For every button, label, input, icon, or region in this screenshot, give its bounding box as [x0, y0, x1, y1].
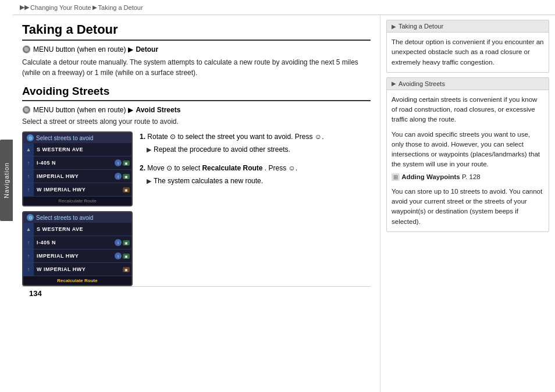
- row-badges: ▣: [123, 267, 131, 272]
- breadcrumb-arrow1: ▶▶: [20, 3, 29, 11]
- note-box-1-body: The detour option is convenient if you e…: [387, 33, 549, 72]
- avoiding-streets-desc: Select a street or streets along your ro…: [22, 117, 371, 126]
- note-icon-1: ▶: [392, 23, 396, 30]
- list-item: ↑ IMPERIAL HWY i ▣: [23, 250, 131, 263]
- badge-map: ▣: [123, 254, 130, 259]
- badge-map: ▣: [123, 174, 130, 179]
- note-box-2-body: Avoiding certain streets is convenient i…: [387, 90, 549, 231]
- avoiding-streets-arrow: ▶: [128, 106, 133, 114]
- nav-row: ↑ I-405 N i ▣: [23, 236, 131, 249]
- list-item: ↑ W IMPERIAL HWY ▣: [23, 263, 131, 276]
- nav-row: ↑ IMPERIAL HWY i ▣: [23, 170, 131, 183]
- nav-row: ↑ IMPERIAL HWY i ▣: [23, 250, 131, 262]
- right-panel: ▶ Taking a Detour The detour option is c…: [380, 15, 555, 392]
- badge-map: ▣: [123, 187, 130, 193]
- badge-info: i: [115, 173, 122, 180]
- step1-arrow: ▶: [147, 145, 151, 155]
- row-badges: i ▣: [115, 239, 131, 246]
- row-icon: ↑: [23, 263, 34, 276]
- row-badges: i ▣: [115, 159, 131, 166]
- list-item: ↑ I-405 N i ▣: [23, 156, 131, 170]
- avoiding-streets-bold: Avoid Streets: [136, 106, 180, 114]
- row-text: I-405 N: [34, 158, 115, 168]
- content-area: Taking a Detour 🔘 MENU button (when en r…: [13, 15, 555, 392]
- link-page: P. 128: [462, 173, 481, 180]
- row-text: S WESTERN AVE: [34, 224, 131, 234]
- screens-column: ⊙ Select streets to avoid ▲ S WESTERN AV…: [22, 131, 133, 286]
- step2-arrow: ▶: [147, 176, 151, 186]
- badge-map: ▣: [123, 240, 130, 245]
- step2-text3: . Press: [265, 164, 289, 172]
- list-item: ↑ W IMPERIAL HWY ▣: [23, 183, 131, 197]
- step2-text2: to select: [174, 164, 202, 172]
- breadcrumb-separator: ▶: [92, 4, 97, 10]
- steps-container: ⊙ Select streets to avoid ▲ S WESTERN AV…: [22, 131, 371, 286]
- badge-map: ▣: [123, 161, 130, 166]
- screen2-footer: Recalculate Route: [23, 276, 131, 285]
- taking-detour-arrow: ▶: [128, 45, 133, 54]
- list-item: ↑ IMPERIAL HWY i ▣: [23, 170, 131, 183]
- taking-detour-menu: 🔘 MENU button (when en route) ▶ Detour: [22, 45, 371, 54]
- row-text: W IMPERIAL HWY: [34, 265, 123, 274]
- screen1-footer: Recalculate Route: [23, 197, 131, 205]
- main-content: ▶▶ Changing Your Route ▶ Taking a Detour…: [13, 0, 555, 392]
- step2-bold: Recalculate Route: [202, 164, 262, 172]
- screen1-header-text: Select streets to avoid: [36, 135, 93, 141]
- row-icon: ▲: [23, 143, 34, 156]
- step1-sub-text: Repeat the procedure to avoid other stre…: [154, 144, 290, 155]
- step1: 1. Rotate ⊙ to select the street you wan…: [140, 131, 371, 155]
- note-box-2-title: Avoiding Streets: [399, 80, 445, 87]
- note-box-2: ▶ Avoiding Streets Avoiding certain stre…: [386, 77, 549, 232]
- menu-icon-1: 🔘: [22, 45, 31, 54]
- note-box-2-link: ⊞ Adding Waypoints P. 128: [392, 172, 544, 182]
- screen1-icon: ⊙: [27, 134, 34, 141]
- row-text: IMPERIAL HWY: [34, 172, 115, 181]
- row-badges: ▣: [123, 187, 131, 193]
- badge-info: i: [115, 239, 122, 246]
- breadcrumb: ▶▶ Changing Your Route ▶ Taking a Detour: [13, 0, 555, 15]
- screen1-list: ▲ S WESTERN AVE ↑ I-405 N i: [23, 143, 131, 197]
- note-icon-2: ▶: [392, 80, 396, 87]
- row-badges: i ▣: [115, 252, 131, 259]
- sidebar-label: Navigation: [3, 162, 10, 198]
- left-panel: Taking a Detour 🔘 MENU button (when en r…: [13, 15, 380, 392]
- note-box-1-header: ▶ Taking a Detour: [387, 20, 549, 33]
- row-text: S WESTERN AVE: [34, 145, 131, 154]
- note-box-2-header: ▶ Avoiding Streets: [387, 78, 549, 90]
- taking-detour-desc: Calculate a detour route manually. The s…: [22, 57, 371, 78]
- avoiding-streets-menu: 🔘 MENU button (when en route) ▶ Avoid St…: [22, 106, 371, 114]
- note-box-2-para3: You can store up to 10 streets to avoid.…: [392, 187, 544, 227]
- link-label: Adding Waypoints: [401, 173, 460, 180]
- step2-sub-text: The system calculates a new route.: [154, 176, 263, 186]
- nav-row: ▲ S WESTERN AVE: [23, 143, 131, 156]
- note-box-1-text: The detour option is convenient if you e…: [392, 37, 544, 67]
- row-icon: ▲: [23, 223, 34, 236]
- breadcrumb-item1: Changing Your Route: [30, 4, 91, 11]
- ref-icon: ⊞: [392, 173, 400, 181]
- step2-sub: ▶ The system calculates a new route.: [140, 176, 371, 186]
- taking-detour-menu-text: MENU button (when en route): [33, 45, 126, 54]
- step2-icon: ⊙: [166, 164, 172, 172]
- row-icon: ↑: [23, 250, 34, 262]
- sidebar-tab: Navigation: [0, 140, 13, 221]
- step1-icon: ⊙: [170, 133, 176, 141]
- step1-num: 1.: [140, 133, 145, 141]
- menu-icon-2: 🔘: [22, 106, 31, 114]
- row-icon: ↑: [23, 170, 34, 183]
- screen1: ⊙ Select streets to avoid ▲ S WESTERN AV…: [22, 131, 133, 206]
- screen2-header-text: Select streets to avoid: [36, 215, 93, 221]
- list-item: ▲ S WESTERN AVE: [23, 143, 131, 156]
- note-box-1: ▶ Taking a Detour The detour option is c…: [386, 20, 549, 73]
- nav-row: ▲ S WESTERN AVE: [23, 223, 131, 236]
- step1-text2: to select the street you want to avoid. …: [177, 133, 314, 141]
- breadcrumb-item2: Taking a Detour: [98, 4, 143, 11]
- badge-info: i: [115, 159, 122, 166]
- taking-detour-bold: Detour: [136, 45, 158, 54]
- row-badges: i ▣: [115, 173, 131, 180]
- avoiding-streets-menu-text: MENU button (when en route): [33, 106, 126, 114]
- row-text: IMPERIAL HWY: [34, 251, 115, 261]
- step2-text: Move: [147, 164, 166, 172]
- step2: 2. Move ⊙ to select Recalculate Route . …: [140, 163, 371, 186]
- screen1-footer-text: Recalculate Route: [58, 198, 96, 204]
- nav-row: ↑ W IMPERIAL HWY ▣: [23, 183, 131, 196]
